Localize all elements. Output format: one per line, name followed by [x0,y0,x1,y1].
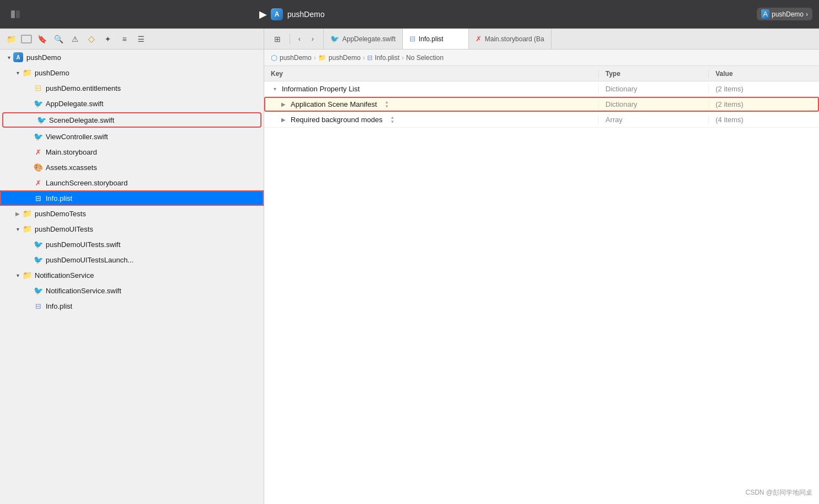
sidebar-item-group-pushdemo[interactable]: ▾ 📁 pushDemo [0,65,264,80]
sidebar-item-uitests-swift[interactable]: 🐦 pushDemoUITests.swift [0,237,264,252]
project-icon: A [13,52,23,62]
entitlements-icon: ⊟ [33,83,43,93]
sidebar-toolbar: 📁 🔖 🔍 ⚠ ◇ ✦ ≡ ☰ [0,29,264,50]
device-icon[interactable]: ≡ [118,32,131,46]
grid-view-button[interactable]: ⊞ [269,30,286,48]
scheme-selector[interactable]: A pushDemo › [757,8,812,20]
test-icon[interactable]: ✦ [101,32,114,46]
expand-icon[interactable]: ▶ [280,101,287,107]
expand-icon[interactable]: ▶ [280,117,287,123]
plist-icon: ⊟ [33,193,43,203]
folder-icon: 📁 [22,270,32,280]
sidebar-item-project-root[interactable]: ▾ A pushDemo [0,50,264,65]
vcs-icon[interactable] [21,35,32,43]
report-icon[interactable]: ☰ [134,32,148,46]
sidebar: 📁 🔖 🔍 ⚠ ◇ ✦ ≡ ☰ ▾ A pushDemo ▾ 📁 pushDem… [0,29,264,504]
folder-icon: 📁 [318,54,326,62]
title-bar-center: A pushDemo [271,8,757,20]
folder-icon[interactable]: 📁 [4,32,18,46]
breadcrumb-item-project[interactable]: pushDemo [280,54,312,62]
folder-icon: 📁 [22,224,32,234]
sidebar-item-notification-plist[interactable]: ⊟ Info.plist [0,298,264,314]
swift-icon: 🐦 [36,115,46,125]
warning-icon[interactable]: ⚠ [68,32,81,46]
sidebar-label-scenedelegate: SceneDelegate.swift [49,116,114,124]
sidebar-item-info-plist[interactable]: ⊟ Info.plist [0,190,264,206]
stepper-down[interactable]: ▼ [390,120,395,124]
swift-icon: 🐦 [33,286,43,295]
main-area: 📁 🔖 🔍 ⚠ ◇ ✦ ≡ ☰ ▾ A pushDemo ▾ 📁 pushDem… [0,29,819,504]
collapse-icon[interactable]: ▾ [271,86,279,92]
swift-icon: 🐦 [33,132,43,141]
expand-icon [24,240,33,249]
chevron-down-icon: › [806,10,808,18]
sidebar-item-group-notification[interactable]: ▾ 📁 NotificationService [0,267,264,283]
tab-bar: ⊞ ‹ › 🐦 AppDelegate.swift ⊟ Info.plist ✗… [264,29,819,50]
sidebar-item-scenedelegate[interactable]: 🐦 SceneDelegate.swift [2,112,261,128]
expand-icon [24,147,33,156]
breadcrumb-item-folder[interactable]: 📁 pushDemo [318,54,361,62]
sidebar-item-main-storyboard[interactable]: ✗ Main.storyboard [0,144,264,160]
sidebar-label-viewcontroller: ViewController.swift [46,133,108,141]
tab-label-appdelegate: AppDelegate.swift [342,35,396,43]
tab-infoplist[interactable]: ⊟ Info.plist [403,29,469,49]
sidebar-item-entitlements[interactable]: ⊟ pushDemo.entitlements [0,80,264,96]
sidebar-item-appdelegate[interactable]: 🐦 AppDelegate.swift [0,96,264,111]
sidebar-item-group-uitests[interactable]: ▾ 📁 pushDemoUITests [0,221,264,237]
sidebar-item-notification-swift[interactable]: 🐦 NotificationService.swift [0,283,264,298]
type-stepper[interactable]: ▲ ▼ [385,100,389,109]
plist-type-app-scene-manifest: Dictionary [599,100,709,108]
plist-row-required-background-modes[interactable]: ▶ Required background modes ▲ ▼ Array (4… [264,112,819,128]
tab-main-storyboard[interactable]: ✗ Main.storyboard (Ba [469,29,552,49]
sidebar-label-entitlements: pushDemo.entitlements [46,84,121,92]
folder-icon: 📁 [22,209,32,218]
expand-icon: ▾ [13,68,22,77]
expand-icon [24,163,33,172]
back-button[interactable]: ‹ [293,33,305,45]
svg-rect-0 [11,10,15,18]
forward-button[interactable]: › [307,33,319,45]
breadcrumb-label-folder: pushDemo [329,54,361,62]
search-icon[interactable]: 🔍 [52,32,65,46]
breadcrumb-sep-1: › [314,54,316,62]
sidebar-item-viewcontroller[interactable]: 🐦 ViewController.swift [0,129,264,144]
watermark: CSDN @彭同学地同桌 [745,488,812,497]
sidebar-label-info-plist: Info.plist [46,194,72,202]
swift-icon: 🐦 [330,35,339,43]
breadcrumb-sep-2: › [363,54,365,62]
plist-type-info-property-list: Dictionary [599,85,709,93]
stepper-down[interactable]: ▼ [385,105,389,109]
storyboard-icon: ✗ [476,35,482,43]
folder-icon: 📁 [22,68,32,78]
type-stepper[interactable]: ▲ ▼ [390,116,395,124]
expand-icon [24,84,33,92]
bookmark-icon[interactable]: 🔖 [35,32,48,46]
breakpoint-icon[interactable]: ◇ [85,32,98,46]
sidebar-item-uitests-launch[interactable]: 🐦 pushDemoUITestsLaunch... [0,252,264,267]
plist-key-required-background-modes: ▶ Required background modes ▲ ▼ [264,116,599,124]
sidebar-label-pushdemo: pushDemo [35,69,69,77]
scheme-icon: A [761,9,769,19]
plist-row-app-scene-manifest[interactable]: ▶ Application Scene Manifest ▲ ▼ Diction… [264,97,819,112]
breadcrumb-sep-3: › [402,54,404,62]
plist-icon: ⊟ [367,54,373,62]
swift-icon: 🐦 [33,255,43,265]
assets-icon: 🎨 [33,162,43,172]
sidebar-label-notification: NotificationService [35,271,94,280]
sidebar-label-tests: pushDemoTests [35,210,86,218]
column-key-header: Key [264,70,599,78]
tab-left-controls: ⊞ ‹ › [264,29,324,49]
tab-label-main-storyboard: Main.storyboard (Ba [485,35,544,43]
divider [290,34,290,45]
title-bar-left: ▶ [7,7,271,22]
plist-row-info-property-list[interactable]: ▾ Information Property List Dictionary (… [264,81,819,97]
plist-label-app-scene-manifest: Application Scene Manifest [291,100,377,108]
sidebar-item-assets[interactable]: 🎨 Assets.xcassets [0,160,264,175]
breadcrumb-item-plist[interactable]: ⊟ Info.plist [367,54,400,62]
sidebar-item-launch-storyboard[interactable]: ✗ LaunchScreen.storyboard [0,175,264,190]
tab-appdelegate[interactable]: 🐦 AppDelegate.swift [324,29,403,49]
run-button[interactable]: ▶ [255,7,271,22]
sidebar-toggle-button[interactable] [7,8,24,21]
sidebar-item-group-tests[interactable]: ▶ 📁 pushDemoTests [0,206,264,221]
expand-icon [24,255,33,264]
